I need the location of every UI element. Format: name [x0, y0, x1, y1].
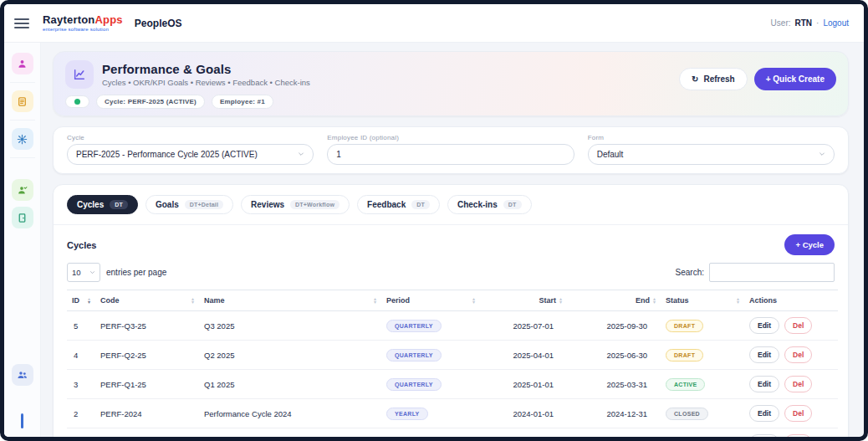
tab-badge: DT+Detail — [185, 200, 223, 209]
cell-name: Q1 2025 — [199, 370, 381, 399]
cell-name: Performance Cycle 2025 — [199, 428, 381, 438]
team-icon[interactable] — [12, 364, 33, 386]
cell-id: 1 — [67, 428, 95, 438]
cell-end: 2025-09-30 — [567, 311, 661, 341]
refresh-icon: ↻ — [692, 74, 698, 84]
tab-goals[interactable]: GoalsDT+Detail — [146, 195, 233, 214]
table-row: 3 PERF-Q1-25 Q1 2025 QUARTERLY 2025-01-0… — [67, 370, 838, 399]
text-cursor-bar — [21, 413, 23, 428]
sort-icon: ▴▾ — [737, 297, 739, 305]
period-badge: QUARTERLY — [386, 349, 442, 362]
delete-button[interactable]: Del — [784, 376, 812, 392]
col-end[interactable]: End▴▾ — [567, 290, 661, 311]
section-title: Cycles — [67, 240, 96, 250]
door-icon[interactable] — [12, 207, 33, 228]
brand-tagline: enterprise software solution — [43, 27, 123, 32]
cell-name: Q3 2025 — [199, 311, 381, 341]
page-subtitle: Cycles • OKR/KPI Goals • Reviews • Feedb… — [102, 78, 310, 87]
brand-logo[interactable]: RaytertonApps enterprise software soluti… — [43, 14, 123, 32]
table-header-row: ID▴▾ Code▴▾ Name▴▾ Period▴▾ Start▴▾ End▴… — [67, 290, 838, 311]
page-title: Performance & Goals — [102, 62, 310, 76]
cell-code: PERF-Q3-25 — [95, 311, 199, 341]
cell-code: PERF-2024 — [95, 399, 199, 428]
col-start[interactable]: Start▴▾ — [480, 290, 567, 311]
module-tabs: CyclesDT GoalsDT+Detail ReviewsDT+Workfl… — [54, 195, 848, 225]
tab-badge: DT — [503, 200, 522, 209]
edit-button[interactable]: Edit — [749, 317, 779, 334]
cell-code: PERF-Q2-25 — [95, 341, 199, 370]
edit-button[interactable]: Edit — [749, 405, 779, 422]
cycle-context-pill: Cycle: PERF-2025 (ACTIVE) — [96, 95, 205, 109]
ledger-icon[interactable] — [12, 90, 33, 112]
person-badge-icon[interactable] — [12, 53, 33, 74]
cell-code: PERF-Q1-25 — [95, 370, 199, 399]
page-size-select[interactable]: 10 — [67, 263, 100, 282]
status-badge: ACTIVE — [666, 378, 705, 391]
sort-icon: ▴▾ — [88, 297, 90, 305]
divider-dot: · — [816, 18, 819, 28]
cell-end: 2024-12-31 — [567, 399, 661, 428]
quick-create-button[interactable]: + Quick Create — [754, 68, 836, 90]
cycle-select[interactable]: PERF-2025 - Performance Cycle 2025 (ACTI… — [67, 144, 314, 165]
search-input[interactable] — [709, 263, 835, 282]
edit-button[interactable]: Edit — [749, 346, 779, 363]
sort-icon: ▴▾ — [191, 297, 194, 305]
page-header-card: Performance & Goals Cycles • OKR/KPI Goa… — [53, 51, 849, 116]
add-cycle-button[interactable]: + Cycle — [784, 234, 835, 255]
delete-button[interactable]: Del — [784, 317, 812, 334]
status-badge: CLOSED — [666, 408, 708, 420]
status-badge: ACTIVE — [666, 437, 705, 438]
col-status[interactable]: Status▴▾ — [661, 290, 744, 311]
col-id[interactable]: ID▴▾ — [67, 290, 95, 311]
form-select[interactable]: Default — [588, 144, 835, 165]
sort-icon: ▴▾ — [653, 297, 656, 305]
col-period[interactable]: Period▴▾ — [381, 290, 480, 311]
employee-id-input[interactable] — [327, 144, 574, 165]
cell-id: 5 — [67, 311, 95, 341]
brand-accent: Apps — [94, 13, 122, 26]
delete-button[interactable]: Del — [784, 434, 812, 437]
product-name: PeopleOS — [135, 18, 182, 29]
topbar: RaytertonApps enterprise software soluti… — [4, 4, 864, 43]
table-row: 4 PERF-Q2-25 Q2 2025 QUARTERLY 2025-04-0… — [67, 341, 838, 370]
col-actions: Actions — [744, 290, 838, 311]
sort-icon: ▴▾ — [472, 297, 475, 305]
chevron-down-icon — [89, 268, 95, 277]
cell-end: 2025-12-31 — [567, 428, 661, 438]
form-select-label: Form — [588, 134, 835, 141]
tab-badge: DT — [110, 200, 128, 209]
delete-button[interactable]: Del — [784, 405, 812, 422]
col-code[interactable]: Code▴▾ — [95, 290, 199, 311]
period-badge: QUARTERLY — [386, 378, 442, 391]
cell-end: 2025-06-30 — [567, 341, 661, 370]
status-badge: DRAFT — [666, 320, 703, 332]
sidebar — [4, 43, 41, 437]
cell-name: Q2 2025 — [199, 341, 381, 370]
cell-start: 2025-01-01 — [480, 370, 567, 399]
cell-end: 2025-03-31 — [567, 370, 661, 399]
gear-icon[interactable] — [12, 128, 33, 150]
refresh-button[interactable]: ↻Refresh — [679, 68, 748, 90]
user-label: User: — [771, 18, 791, 28]
employee-context-pill: Employee: #1 — [212, 95, 273, 109]
col-name[interactable]: Name▴▾ — [199, 290, 381, 311]
logout-link[interactable]: Logout — [823, 18, 849, 28]
cell-start: 2024-01-01 — [480, 399, 567, 428]
cell-name: Performance Cycle 2024 — [199, 399, 381, 428]
search-label: Search: — [676, 268, 704, 277]
tab-feedback[interactable]: FeedbackDT — [357, 195, 440, 214]
tab-cycles[interactable]: CyclesDT — [67, 195, 138, 214]
table-row: 2 PERF-2024 Performance Cycle 2024 YEARL… — [67, 399, 838, 428]
main-content: Performance & Goals Cycles • OKR/KPI Goa… — [41, 43, 864, 437]
filters-card: Cycle PERF-2025 - Performance Cycle 2025… — [53, 126, 849, 174]
delete-button[interactable]: Del — [784, 346, 812, 363]
brand-name: Rayterton — [43, 13, 94, 26]
cell-id: 4 — [67, 341, 95, 370]
period-badge: YEARLY — [386, 408, 428, 420]
edit-button[interactable]: Edit — [749, 376, 779, 392]
hamburger-menu-icon[interactable] — [14, 18, 29, 28]
tab-reviews[interactable]: ReviewsDT+Workflow — [241, 195, 350, 214]
employee-icon[interactable] — [12, 179, 33, 201]
tab-checkins[interactable]: Check-insDT — [447, 195, 532, 214]
edit-button[interactable]: Edit — [749, 434, 779, 437]
